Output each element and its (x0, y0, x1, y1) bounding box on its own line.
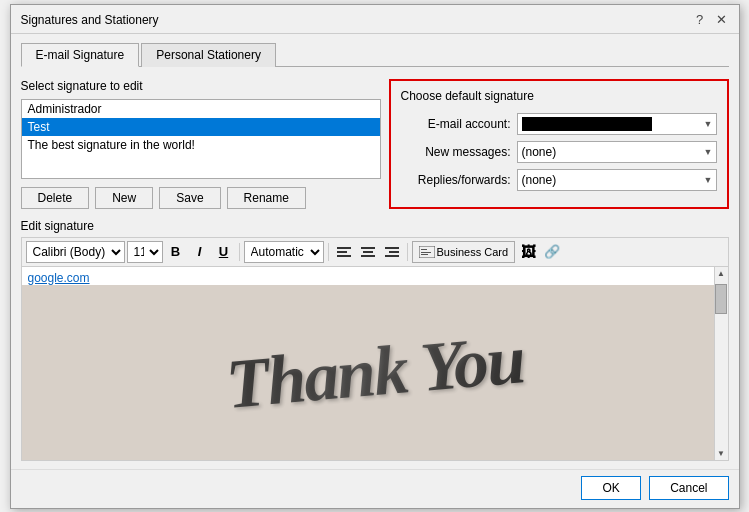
help-button[interactable]: ? (691, 11, 709, 29)
font-color-select[interactable]: Automatic (244, 241, 324, 263)
email-account-label: E-mail account: (401, 117, 511, 131)
new-messages-select-wrap: (none) (517, 141, 717, 163)
svg-rect-2 (337, 255, 351, 257)
rename-button[interactable]: Rename (227, 187, 306, 209)
align-center-button[interactable] (357, 241, 379, 263)
hyperlink-button[interactable]: 🔗 (541, 241, 563, 263)
align-center-icon (361, 245, 375, 259)
select-sig-label: Select signature to edit (21, 79, 381, 93)
thank-you-image-container: Thank You (22, 285, 728, 460)
sig-item-best[interactable]: The best signature in the world! (22, 136, 380, 154)
email-account-select[interactable]: ▼ (517, 113, 717, 135)
tabs-container: E-mail Signature Personal Stationery (21, 42, 729, 67)
svg-rect-6 (385, 247, 399, 249)
picture-insert-button[interactable]: 🖼 (517, 241, 539, 263)
email-account-row: E-mail account: ▼ (401, 113, 717, 135)
underline-button[interactable]: U (213, 241, 235, 263)
dialog-content: E-mail Signature Personal Stationery Sel… (11, 34, 739, 469)
new-messages-label: New messages: (401, 145, 511, 159)
font-family-select[interactable]: Calibri (Body) (26, 241, 125, 263)
replies-label: Replies/forwards: (401, 173, 511, 187)
svg-rect-12 (421, 254, 428, 255)
title-bar-controls: ? ✕ (691, 11, 731, 29)
replies-select[interactable]: (none) (517, 169, 717, 191)
align-right-icon (385, 245, 399, 259)
align-right-button[interactable] (381, 241, 403, 263)
cancel-button[interactable]: Cancel (649, 476, 728, 500)
svg-rect-8 (385, 255, 399, 257)
signatures-dialog: Signatures and Stationery ? ✕ E-mail Sig… (10, 4, 740, 509)
new-messages-row: New messages: (none) (401, 141, 717, 163)
font-size-select[interactable]: 11 (127, 241, 163, 263)
svg-rect-4 (363, 251, 373, 253)
svg-rect-3 (361, 247, 375, 249)
new-messages-select[interactable]: (none) (517, 141, 717, 163)
svg-rect-5 (361, 255, 375, 257)
scroll-up-arrow[interactable]: ▲ (715, 267, 727, 280)
left-panel: Select signature to edit Administrador T… (21, 79, 381, 209)
signature-editor[interactable]: google.com Thank You ▲ ▼ (21, 266, 729, 461)
email-dropdown-arrow: ▼ (704, 119, 713, 129)
new-button[interactable]: New (95, 187, 153, 209)
svg-rect-11 (421, 252, 431, 253)
business-card-button[interactable]: Business Card (412, 241, 516, 263)
sig-item-administrador[interactable]: Administrador (22, 100, 380, 118)
sig-toolbar: Calibri (Body) 11 B I U Automatic (21, 237, 729, 266)
thank-you-image: Thank You (22, 285, 728, 460)
bold-button[interactable]: B (165, 241, 187, 263)
align-left-icon (337, 245, 351, 259)
tab-email-signature[interactable]: E-mail Signature (21, 43, 140, 67)
scrollbar[interactable]: ▲ ▼ (714, 267, 728, 460)
main-body: Select signature to edit Administrador T… (21, 79, 729, 209)
dialog-footer: OK Cancel (11, 469, 739, 508)
signature-list[interactable]: Administrador Test The best signature in… (21, 99, 381, 179)
sig-item-test[interactable]: Test (22, 118, 380, 136)
ok-button[interactable]: OK (581, 476, 641, 500)
sig-buttons: Delete New Save Rename (21, 187, 381, 209)
svg-rect-7 (389, 251, 399, 253)
tab-personal-stationery[interactable]: Personal Stationery (141, 43, 276, 67)
close-button[interactable]: ✕ (713, 11, 731, 29)
title-bar: Signatures and Stationery ? ✕ (11, 5, 739, 34)
edit-sig-label: Edit signature (21, 219, 729, 233)
replies-select-wrap: (none) (517, 169, 717, 191)
scrollbar-thumb[interactable] (715, 284, 727, 314)
svg-rect-1 (337, 251, 347, 253)
svg-rect-10 (421, 249, 427, 250)
business-card-icon (419, 246, 435, 258)
choose-default-signature-panel: Choose default signature E-mail account:… (389, 79, 729, 209)
align-left-button[interactable] (333, 241, 355, 263)
toolbar-divider-3 (407, 243, 408, 261)
edit-sig-section: Edit signature Calibri (Body) 11 B I U A… (21, 219, 729, 461)
svg-rect-0 (337, 247, 351, 249)
italic-button[interactable]: I (189, 241, 211, 263)
right-panel-title: Choose default signature (401, 89, 717, 103)
email-redacted-value (522, 117, 652, 131)
scroll-down-arrow[interactable]: ▼ (715, 447, 727, 460)
thank-you-text: Thank You (223, 319, 527, 425)
scrollbar-track[interactable] (715, 280, 727, 447)
dialog-title: Signatures and Stationery (21, 13, 159, 27)
delete-button[interactable]: Delete (21, 187, 90, 209)
sig-link[interactable]: google.com (22, 267, 728, 285)
toolbar-divider-2 (328, 243, 329, 261)
replies-row: Replies/forwards: (none) (401, 169, 717, 191)
toolbar-divider-1 (239, 243, 240, 261)
save-button[interactable]: Save (159, 187, 220, 209)
